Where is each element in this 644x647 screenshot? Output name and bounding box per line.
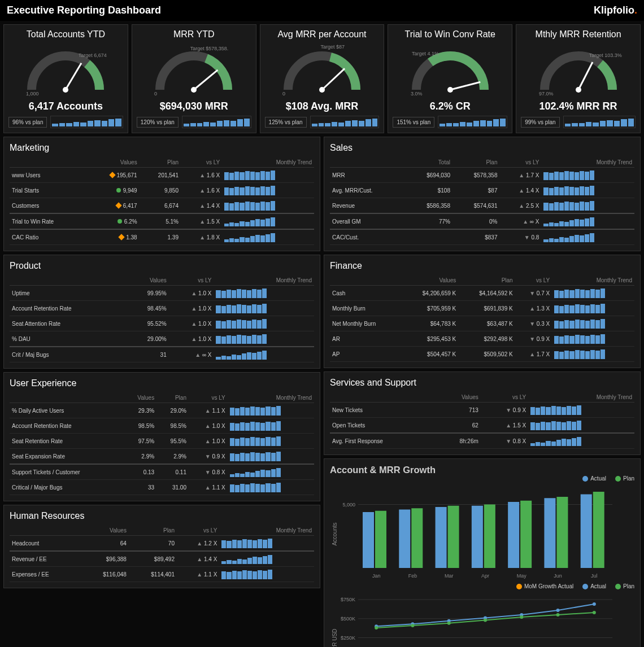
row-value (405, 229, 452, 245)
svg-rect-27 (411, 508, 423, 568)
row-vsly: ▲ 1.1 X (177, 567, 219, 582)
gauge-icon: Target 6,674 1,000 (15, 42, 116, 98)
row-vsly: ▲ 1.4 X (177, 551, 219, 567)
col-header: vs LY (481, 392, 528, 403)
col-header (10, 276, 126, 286)
row-trend (541, 168, 634, 183)
gauge-value: 6.2% CR (430, 100, 471, 112)
row-label: New Tickets (330, 403, 436, 418)
vs-plan-badge: 96% vs plan (8, 117, 47, 128)
left-column: MarketingValuesPlanvs LYMonthly Trend ww… (3, 137, 320, 647)
svg-text:Target 103.3%: Target 103.3% (589, 53, 621, 58)
sparkline (543, 232, 594, 242)
row-plan: 2.9% (156, 449, 189, 465)
row-label: MRR (330, 168, 405, 183)
row-label: Avg. MRR/Cust. (330, 183, 405, 198)
services-and-support-panel: Services and SupportValuesvs LYMonthly T… (324, 371, 641, 455)
svg-point-60 (556, 609, 560, 612)
svg-point-13 (447, 87, 453, 93)
sparkline (224, 232, 275, 242)
row-vsly: ▲ 1.3 X (515, 301, 552, 316)
row-value: 1.38 (86, 229, 139, 245)
row-trend (222, 168, 314, 183)
sparkline (543, 185, 594, 195)
col-header (330, 158, 405, 168)
col-header: Values (81, 526, 129, 536)
sparkline (230, 467, 281, 477)
gauge-3: Trial to Win Conv Rate Target 4.1% 3.0% … (388, 24, 512, 133)
table-row: www Users 195,671 201,541 ▲ 1.6 X (10, 168, 314, 183)
col-header: Monthly Trend (214, 276, 314, 286)
row-vsly: ▼ 0.8 X (189, 464, 228, 480)
row-value: $4,206,659 K (402, 286, 458, 301)
sparkline (221, 569, 272, 579)
sparkline (554, 303, 605, 313)
row-trend (222, 229, 314, 245)
row-label: Revenue / EE (10, 551, 81, 567)
row-trend (528, 418, 634, 434)
row-value: 195,671 (86, 168, 139, 183)
table-row: CAC Ratio 1.38 1.39 ▲ 1.8 X (10, 229, 314, 245)
col-header: Values (436, 392, 481, 403)
table-row: New Tickets 713 ▼ 0.9 X (330, 403, 634, 418)
row-vsly: ▲ 1.0 X (189, 418, 228, 434)
panel-title: Marketing (10, 143, 314, 153)
gauge-icon: Target 4.1% 3.0% (399, 42, 501, 98)
page-title: Executive Reporting Dashboard (7, 5, 161, 16)
sparkline (554, 349, 605, 359)
row-trend (214, 316, 314, 331)
row-vsly: ▼ 0.8 X (481, 433, 528, 449)
row-label: Seat Expansion Rate (10, 449, 123, 465)
row-plan: $574,631 (452, 198, 499, 214)
row-plan: 6,674 (140, 198, 181, 214)
svg-text:0: 0 (282, 91, 285, 97)
row-value: 33 (123, 480, 156, 495)
row-value: 31 (126, 347, 169, 362)
row-value: 77% (405, 213, 452, 229)
row-trend (528, 433, 634, 449)
table-row: Monthly Burn $705,959 K $691,839 K ▲ 1.3… (330, 301, 634, 316)
row-trend (541, 213, 634, 229)
svg-text:MRR USD: MRR USD (332, 629, 338, 647)
gauge-value: 102.4% MRR RR (539, 100, 617, 112)
row-vsly: ▲ 1.0 X (169, 286, 214, 301)
row-label: AP (330, 347, 402, 362)
user-experience-panel: User ExperienceValuesPlanvs LYMonthly Tr… (3, 372, 320, 501)
table-row: CAC/Cust. $837 ▼ 0.8 (330, 229, 634, 245)
row-vsly: ▲ 1.7 X (499, 168, 541, 183)
row-value: 6.2% (86, 213, 139, 229)
col-header (330, 276, 402, 286)
row-trend (219, 567, 314, 582)
svg-point-5 (191, 87, 197, 93)
gauge-sparkline (50, 116, 123, 128)
svg-text:Mar: Mar (445, 573, 454, 579)
row-label: www Users (10, 168, 86, 183)
col-header: Monthly Trend (222, 158, 314, 168)
col-header: Plan (140, 158, 181, 168)
row-label: Trial to Win Rate (10, 213, 86, 229)
row-value: $705,959 K (402, 301, 458, 316)
table-row: AP $504,457 K $509,502 K ▲ 1.7 X (330, 347, 634, 362)
svg-text:May: May (517, 573, 527, 579)
row-value: 97.5% (123, 434, 156, 449)
svg-rect-33 (484, 505, 495, 569)
marketing-panel: MarketingValuesPlanvs LYMonthly Trend ww… (3, 137, 320, 251)
col-header: Total (405, 158, 452, 168)
row-plan: 1.39 (140, 229, 181, 245)
brand-logo: Klipfolio. (594, 5, 637, 16)
row-plan: 9,850 (140, 183, 181, 198)
gauge-value: $108 Avg. MRR (286, 100, 359, 112)
row-trend (228, 403, 314, 418)
svg-text:Jul: Jul (591, 573, 598, 579)
row-plan: 70 (129, 536, 177, 552)
row-value: $108 (405, 183, 452, 198)
row-plan: $292,498 K (458, 331, 515, 347)
row-plan: 29.0% (156, 403, 189, 418)
row-trend (219, 536, 314, 552)
sparkline (554, 334, 605, 344)
table-row: Trial to Win Rate 6.2% 5.1% ▲ 1.5 X (10, 213, 314, 229)
sparkline (554, 318, 605, 329)
svg-point-66 (520, 615, 523, 619)
row-label: Open Tickets (330, 418, 436, 434)
gauge-sparkline (438, 116, 507, 128)
